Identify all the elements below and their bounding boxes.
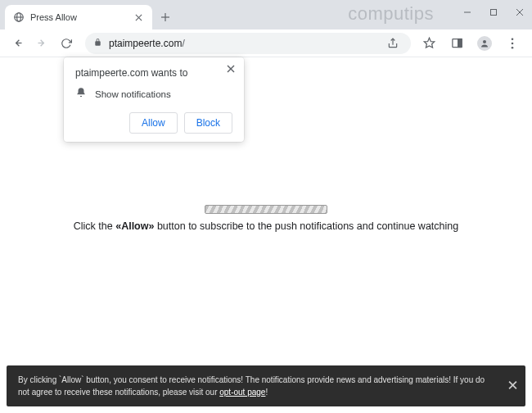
window-controls xyxy=(462,7,525,18)
watermark-text: computips xyxy=(348,3,434,25)
opt-out-link[interactable]: opt-out page xyxy=(219,388,265,397)
bell-icon xyxy=(75,87,87,101)
instruction-suffix: button to subscribe to the push notifica… xyxy=(154,220,458,232)
address-bar[interactable]: ptaimpeerte.com/ xyxy=(85,33,411,54)
window-maximize-button[interactable] xyxy=(488,7,499,18)
window-minimize-button[interactable] xyxy=(462,7,473,18)
svg-point-21 xyxy=(512,46,514,48)
notification-prompt: ptaimpeerte.com wants to Show notificati… xyxy=(64,57,244,142)
menu-dots-icon[interactable] xyxy=(503,34,522,53)
svg-marker-14 xyxy=(424,38,435,48)
svg-point-19 xyxy=(512,38,514,40)
footer-text-suffix: ! xyxy=(265,388,268,397)
page-center-content: Click the «Allow» button to subscribe to… xyxy=(0,205,532,232)
block-button[interactable]: Block xyxy=(184,112,232,134)
url-domain: ptaimpeerte.com xyxy=(109,38,182,49)
browser-tab[interactable]: Press Allow xyxy=(5,5,152,30)
share-icon[interactable] xyxy=(383,34,403,53)
url-text: ptaimpeerte.com/ xyxy=(109,38,376,49)
tab-close-button[interactable] xyxy=(133,11,144,23)
instruction-text: Click the «Allow» button to subscribe to… xyxy=(0,220,532,232)
browser-toolbar: ptaimpeerte.com/ xyxy=(0,30,532,57)
url-path: / xyxy=(182,38,184,49)
svg-point-18 xyxy=(483,40,486,43)
prompt-permission-label: Show notifications xyxy=(95,89,171,99)
forward-button[interactable] xyxy=(31,33,52,54)
profile-avatar-button[interactable] xyxy=(475,34,494,53)
new-tab-button[interactable] xyxy=(156,7,175,27)
loading-bar-icon xyxy=(205,205,327,214)
instruction-bold: «Allow» xyxy=(115,220,154,232)
instruction-prefix: Click the xyxy=(74,220,115,232)
svg-rect-1 xyxy=(491,10,497,16)
svg-rect-17 xyxy=(458,39,461,48)
prompt-close-button[interactable] xyxy=(224,62,237,75)
window-close-button[interactable] xyxy=(514,7,525,18)
side-panel-icon[interactable] xyxy=(447,34,467,53)
page-content: ptaimpeerte.com wants to Show notificati… xyxy=(0,57,532,413)
globe-icon xyxy=(13,11,25,23)
allow-button[interactable]: Allow xyxy=(129,112,178,134)
toolbar-right-icons xyxy=(419,34,525,53)
lock-icon xyxy=(93,38,102,48)
reload-button[interactable] xyxy=(56,33,77,54)
consent-footer: By clicking `Allow` button, you consent … xyxy=(7,365,525,406)
prompt-site-text: ptaimpeerte.com wants to xyxy=(75,67,232,79)
tab-title: Press Allow xyxy=(30,12,127,22)
bookmark-star-icon[interactable] xyxy=(419,34,439,53)
prompt-permission-row: Show notifications xyxy=(75,87,232,101)
footer-close-button[interactable] xyxy=(508,378,517,395)
back-button[interactable] xyxy=(7,33,28,54)
prompt-buttons: Allow Block xyxy=(75,112,232,134)
browser-title-bar: computips Press Allow xyxy=(0,0,532,30)
svg-point-20 xyxy=(512,42,514,44)
